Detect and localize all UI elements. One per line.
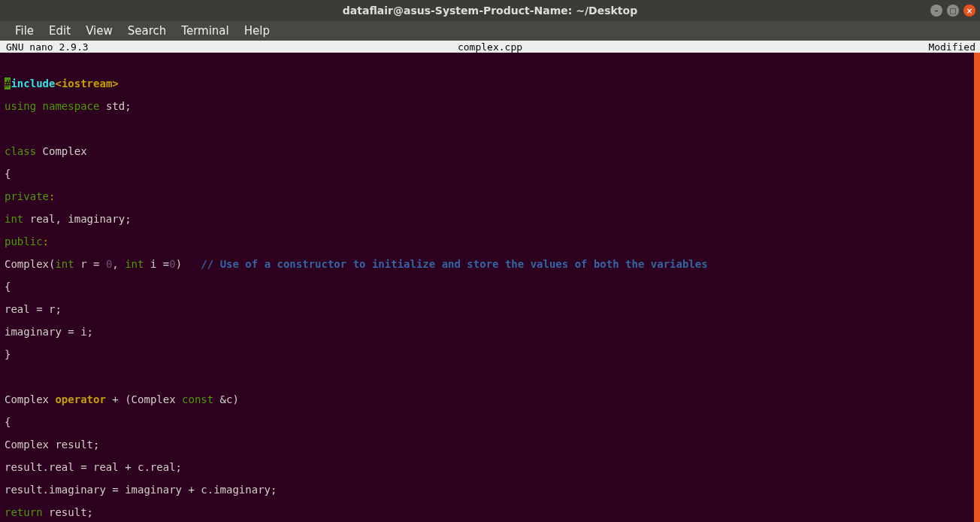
code-line xyxy=(5,123,969,135)
txt: Complex xyxy=(5,393,55,405)
window-title: dataflair@asus-System-Product-Name: ~/De… xyxy=(343,5,637,17)
minimize-button[interactable]: – xyxy=(930,5,942,17)
code-line: return result; xyxy=(5,507,969,518)
kw-int: int xyxy=(55,258,74,270)
txt: real = r; xyxy=(5,303,62,315)
code-line: Complex operator + (Complex const &c) xyxy=(5,394,969,405)
code-line: } xyxy=(5,349,969,360)
code-line: result.imaginary = imaginary + c.imagina… xyxy=(5,484,969,496)
close-button[interactable]: × xyxy=(963,5,975,17)
code-line: result.real = real + c.real; xyxy=(5,462,969,473)
kw-class: class xyxy=(5,145,36,157)
code-line: { xyxy=(5,281,969,293)
kw-const: const xyxy=(182,393,213,405)
nano-status-bar: GNU nano 2.9.3 complex.cpp Modified xyxy=(0,41,980,53)
code-line: real = r; xyxy=(5,304,969,315)
txt: ) xyxy=(176,258,201,270)
kw-include: include xyxy=(11,77,55,90)
menu-help[interactable]: Help xyxy=(237,22,277,40)
num: 0 xyxy=(169,258,175,270)
txt: Complex( xyxy=(5,258,55,270)
menu-file[interactable]: File xyxy=(8,22,41,40)
code-line: Complex(int r = 0, int i =0) // Use of a… xyxy=(5,259,969,270)
txt: Complex result; xyxy=(5,439,99,451)
txt: , xyxy=(112,258,125,270)
nano-filename: complex.cpp xyxy=(0,41,980,53)
code-line: { xyxy=(5,168,969,180)
txt: + (Complex xyxy=(106,393,182,405)
kw-public: public xyxy=(5,235,43,247)
txt: real, imaginary; xyxy=(23,213,131,225)
code-line: Complex result; xyxy=(5,439,969,451)
maximize-button[interactable]: □ xyxy=(947,5,959,17)
code-line: private: xyxy=(5,191,969,202)
txt: Complex xyxy=(36,145,86,157)
window-controls: – □ × xyxy=(930,5,975,17)
code-line: imaginary = i; xyxy=(5,326,969,338)
code-line: { xyxy=(5,417,969,428)
nano-modified: Modified xyxy=(928,41,980,53)
txt: result; xyxy=(43,506,93,518)
txt: result.real = real + c.real; xyxy=(5,461,182,473)
code-line: using namespace std; xyxy=(5,101,969,112)
menu-bar: File Edit View Search Terminal Help xyxy=(0,21,980,41)
txt: std; xyxy=(99,100,131,112)
txt: { xyxy=(5,168,11,180)
txt: } xyxy=(5,348,11,360)
kw-int: int xyxy=(5,213,23,225)
txt: { xyxy=(5,281,11,293)
txt: result.imaginary = imaginary + c.imagina… xyxy=(5,484,277,496)
nano-version: GNU nano 2.9.3 xyxy=(0,41,89,53)
txt: imaginary = i; xyxy=(5,326,93,338)
code-line: int real, imaginary; xyxy=(5,214,969,225)
menu-terminal[interactable]: Terminal xyxy=(174,22,236,40)
code-line: class Complex xyxy=(5,146,969,157)
kw-using: using xyxy=(5,100,36,112)
code-line: #include<iostream> xyxy=(5,67,969,90)
code-line xyxy=(5,372,969,383)
txt: : xyxy=(49,190,55,202)
kw-return: return xyxy=(5,506,43,518)
comment: // Use of a constructor to initialize an… xyxy=(201,258,707,270)
menu-view[interactable]: View xyxy=(78,22,120,40)
kw-namespace: namespace xyxy=(36,100,99,112)
txt: : xyxy=(43,235,49,247)
window-titlebar: dataflair@asus-System-Product-Name: ~/De… xyxy=(0,0,980,21)
kw-operator: operator xyxy=(55,393,105,405)
menu-edit[interactable]: Edit xyxy=(41,22,78,40)
include-file: <iostream> xyxy=(55,77,118,90)
editor-area[interactable]: #include<iostream> using namespace std; … xyxy=(0,53,980,522)
menu-search[interactable]: Search xyxy=(120,22,174,40)
txt: r = xyxy=(74,258,106,270)
txt: &c) xyxy=(213,393,239,405)
kw-int: int xyxy=(125,258,144,270)
txt: { xyxy=(5,416,11,428)
kw-private: private xyxy=(5,190,49,202)
txt: i = xyxy=(144,258,169,270)
code-line: public: xyxy=(5,236,969,247)
